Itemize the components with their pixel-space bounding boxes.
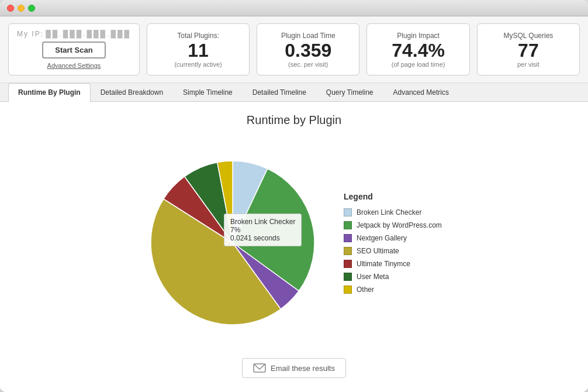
legend-item-jetpack: Jetpack by WordPress.com: [344, 221, 449, 229]
stat-total-plugins-sub: (currently active): [174, 61, 222, 68]
stat-total-plugins-label: Total Plugins:: [177, 32, 219, 40]
tab-runtime-by-plugin[interactable]: Runtime By Plugin: [8, 83, 91, 102]
pie-svg: [139, 149, 326, 336]
stat-total-plugins-value: 11: [188, 41, 209, 60]
titlebar: [0, 0, 588, 16]
legend-color-jetpack: [344, 221, 352, 229]
stat-plugin-impact-sub: (of page load time): [392, 61, 445, 68]
footer: Email these results: [242, 352, 346, 386]
email-results-label: Email these results: [271, 364, 335, 373]
legend-item-tinymce: Ultimate Tinymce: [344, 260, 449, 268]
legend-item-usermeta: User Meta: [344, 273, 449, 281]
minimize-button[interactable]: [18, 5, 25, 12]
top-bar: My IP: ██.███.███.███ Start Scan Advance…: [0, 16, 588, 83]
legend-item-broken-link: Broken Link Checker: [344, 208, 449, 216]
legend-label-usermeta: User Meta: [357, 273, 389, 281]
stat-mysql-queries-value: 77: [518, 41, 539, 60]
legend-title: Legend: [344, 192, 449, 201]
legend-color-other: [344, 286, 352, 294]
tab-advanced-metrics[interactable]: Advanced Metrics: [383, 83, 459, 101]
stat-load-time-sub: (sec. per visit): [288, 61, 328, 68]
legend-color-usermeta: [344, 273, 352, 281]
legend-color-seo: [344, 247, 352, 255]
start-scan-button[interactable]: Start Scan: [42, 42, 105, 59]
ip-label: My IP: ██.███.███.███: [17, 30, 131, 38]
legend-item-other: Other: [344, 286, 449, 294]
legend-color-nextgen: [344, 234, 352, 242]
chart-panel: Runtime by Plugin Broken Link Checker 7%…: [0, 102, 588, 392]
legend-color-broken-link: [344, 208, 352, 216]
tab-detailed-breakdown[interactable]: Detailed Breakdown: [91, 83, 173, 101]
stat-plugin-impact-label: Plugin Impact: [397, 32, 440, 40]
legend-item-nextgen: Nextgen Gallery: [344, 234, 449, 242]
legend-label-other: Other: [357, 286, 374, 294]
stat-plugin-impact-value: 74.4%: [392, 41, 445, 60]
traffic-lights: [7, 5, 35, 12]
stat-mysql-queries-label: MySQL Queries: [503, 32, 553, 40]
email-results-button[interactable]: Email these results: [242, 358, 346, 378]
app-window: My IP: ██.███.███.███ Start Scan Advance…: [0, 0, 588, 392]
stat-total-plugins: Total Plugins: 11 (currently active): [147, 23, 250, 75]
tab-query-timeline[interactable]: Query Timeline: [316, 83, 383, 101]
pie-chart: Broken Link Checker 7% 0.0241 seconds: [139, 149, 326, 336]
ip-value: ██.███.███.███: [46, 30, 131, 38]
advanced-settings-link[interactable]: Advanced Settings: [47, 62, 101, 69]
chart-title: Runtime by Plugin: [247, 114, 341, 127]
email-icon: [253, 363, 266, 373]
legend-label-tinymce: Ultimate Tinymce: [357, 260, 410, 268]
tab-simple-timeline[interactable]: Simple Timeline: [173, 83, 243, 101]
tab-detailed-timeline[interactable]: Detailed Timeline: [243, 83, 316, 101]
close-button[interactable]: [7, 5, 14, 12]
legend-color-tinymce: [344, 260, 352, 268]
chart-area: Broken Link Checker 7% 0.0241 seconds Le…: [0, 133, 588, 352]
chart-legend: Legend Broken Link Checker Jetpack by Wo…: [344, 192, 449, 294]
stat-plugin-impact: Plugin Impact 74.4% (of page load time): [366, 23, 469, 75]
ip-box: My IP: ██.███.███.███ Start Scan Advance…: [8, 23, 140, 75]
stat-load-time-value: 0.359: [285, 41, 331, 60]
legend-label-seo: SEO Ultimate: [357, 247, 399, 255]
main-content-area: My IP: ██.███.███.███ Start Scan Advance…: [0, 16, 588, 392]
stat-mysql-queries: MySQL Queries 77 per visit: [477, 23, 580, 75]
maximize-button[interactable]: [28, 5, 35, 12]
stat-load-time: Plugin Load Time 0.359 (sec. per visit): [257, 23, 359, 75]
legend-label-jetpack: Jetpack by WordPress.com: [357, 221, 442, 229]
legend-item-seo: SEO Ultimate: [344, 247, 449, 255]
tab-bar: Runtime By Plugin Detailed Breakdown Sim…: [0, 83, 588, 102]
stat-load-time-label: Plugin Load Time: [281, 32, 335, 40]
legend-label-broken-link: Broken Link Checker: [357, 208, 421, 216]
legend-label-nextgen: Nextgen Gallery: [357, 234, 407, 242]
stat-mysql-queries-sub: per visit: [517, 61, 539, 68]
